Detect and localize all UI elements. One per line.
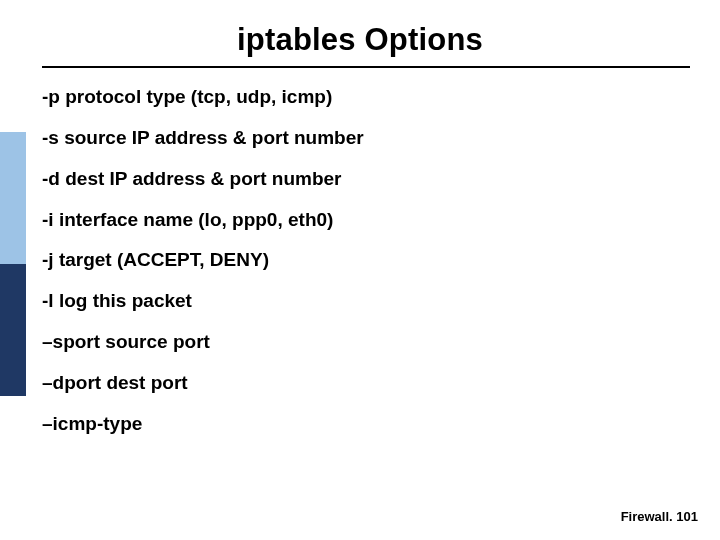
title-underline bbox=[42, 66, 690, 68]
option-item: –sport source port bbox=[42, 331, 680, 353]
option-item: -d dest IP address & port number bbox=[42, 168, 680, 190]
options-list: -p protocol type (tcp, udp, icmp) -s sou… bbox=[42, 86, 680, 454]
option-item: –icmp-type bbox=[42, 413, 680, 435]
option-item: -i interface name (lo, ppp0, eth0) bbox=[42, 209, 680, 231]
option-item: -j target (ACCEPT, DENY) bbox=[42, 249, 680, 271]
side-accent bbox=[0, 132, 26, 396]
option-item: -p protocol type (tcp, udp, icmp) bbox=[42, 86, 680, 108]
accent-light-block bbox=[0, 132, 26, 264]
option-item: -l log this packet bbox=[42, 290, 680, 312]
footer-separator: . bbox=[669, 509, 673, 524]
accent-dark-block bbox=[0, 264, 26, 396]
slide-footer: Firewall. 101 bbox=[621, 509, 698, 524]
slide: iptables Options -p protocol type (tcp, … bbox=[0, 0, 720, 540]
footer-label: Firewall bbox=[621, 509, 669, 524]
slide-title: iptables Options bbox=[0, 22, 720, 58]
option-item: –dport dest port bbox=[42, 372, 680, 394]
footer-page-number: 101 bbox=[676, 509, 698, 524]
option-item: -s source IP address & port number bbox=[42, 127, 680, 149]
